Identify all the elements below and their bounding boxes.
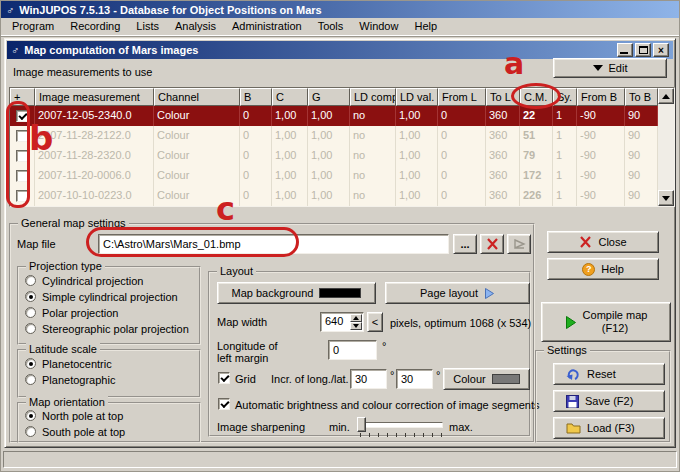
menu-lists[interactable]: Lists bbox=[128, 18, 167, 35]
table-row[interactable]: 2007-10-10-0223.0Colour01,001,00no1,0003… bbox=[10, 186, 674, 206]
radio-button[interactable] bbox=[25, 275, 36, 286]
help-button[interactable]: ? Help bbox=[547, 258, 659, 280]
table-row[interactable]: 2007-11-28-2122.0Colour01,001,00no1,0003… bbox=[10, 126, 674, 146]
scroll-up-button[interactable] bbox=[658, 88, 674, 104]
table-cell: 0 bbox=[438, 106, 486, 126]
menu-program[interactable]: Program bbox=[4, 18, 62, 35]
table-cell: 360 bbox=[486, 146, 520, 166]
close-button[interactable]: Close bbox=[547, 231, 659, 253]
row-checkbox[interactable] bbox=[16, 130, 28, 142]
map-width-stepper[interactable]: 640 bbox=[320, 312, 364, 332]
table-cell: 0 bbox=[438, 166, 486, 186]
minimize-button[interactable] bbox=[617, 43, 633, 57]
grid-colour-button[interactable]: Colour bbox=[443, 368, 530, 390]
table-cell: Colour bbox=[154, 146, 240, 166]
longitude-label-line1: Longitude of bbox=[217, 340, 278, 352]
column-header[interactable]: Sy. bbox=[553, 88, 577, 106]
column-header[interactable]: + bbox=[10, 88, 35, 106]
row-checkbox[interactable] bbox=[16, 190, 28, 202]
radio-south-pole-at-top[interactable]: South pole at top bbox=[25, 424, 199, 439]
table-header: +Image measurementChannelBCGLD compLD va… bbox=[10, 88, 674, 106]
edit-button[interactable]: Edit bbox=[553, 58, 667, 78]
dialog-titlebar[interactable]: ♂ Map computation of Mars images × bbox=[7, 41, 673, 59]
radio-cylindrical-projection[interactable]: Cylindrical projection bbox=[25, 273, 199, 288]
table-cell: 360 bbox=[486, 166, 520, 186]
row-checkbox[interactable] bbox=[16, 150, 28, 162]
menu-administration[interactable]: Administration bbox=[224, 18, 310, 35]
radio-button[interactable] bbox=[25, 291, 36, 302]
table-cell: 1,00 bbox=[308, 166, 350, 186]
menu-tools[interactable]: Tools bbox=[310, 18, 352, 35]
column-header[interactable]: Channel bbox=[154, 88, 240, 106]
radio-button[interactable] bbox=[25, 426, 36, 437]
width-hint: pixels, optimum 1068 (x 534) bbox=[390, 317, 531, 329]
radio-polar-projection[interactable]: Polar projection bbox=[25, 305, 199, 320]
incr-lat-input[interactable]: 30 bbox=[396, 369, 433, 389]
column-header[interactable]: From L bbox=[438, 88, 486, 106]
longitude-input[interactable]: 0 bbox=[328, 340, 377, 360]
table-row[interactable]: 2007-11-20-0006.0Colour01,001,00no1,0003… bbox=[10, 166, 674, 186]
table-row[interactable]: 2007-12-05-2340.0Colour01,001,00no1,0003… bbox=[10, 106, 674, 126]
column-header[interactable]: To L bbox=[486, 88, 520, 106]
radio-button[interactable] bbox=[25, 410, 36, 421]
map-background-button[interactable]: Map background bbox=[217, 282, 376, 304]
radio-stereographic-polar-projection[interactable]: Stereographic polar projection bbox=[25, 321, 199, 336]
row-checkbox[interactable] bbox=[16, 170, 28, 182]
table-scrollbar[interactable] bbox=[658, 88, 674, 206]
table-cell: 360 bbox=[486, 126, 520, 146]
sharpening-slider-thumb[interactable] bbox=[357, 417, 366, 432]
auto-correction-checkbox[interactable] bbox=[218, 398, 230, 410]
open-map-file-button[interactable] bbox=[507, 234, 531, 254]
window-title: WinJUPOS 7.5.13 - Database for Object Po… bbox=[19, 4, 321, 16]
column-header[interactable]: G bbox=[308, 88, 350, 106]
radio-button[interactable] bbox=[25, 358, 36, 369]
table-body: 2007-12-05-2340.0Colour01,001,00no1,0003… bbox=[10, 106, 674, 206]
radio-simple-cylindrical-projection[interactable]: Simple cylindrical projection bbox=[25, 289, 199, 304]
page-layout-button[interactable]: Page layout bbox=[385, 282, 530, 304]
radio-planetographic[interactable]: Planetographic bbox=[25, 372, 199, 387]
close-window-button[interactable]: × bbox=[653, 43, 669, 57]
optimum-width-button[interactable]: < bbox=[367, 312, 383, 332]
incr-label: Incr. of long./lat. bbox=[271, 373, 349, 385]
browse-button[interactable]: ... bbox=[453, 234, 477, 254]
menu-recording[interactable]: Recording bbox=[62, 18, 128, 35]
radio-planetocentric[interactable]: Planetocentric bbox=[25, 356, 199, 371]
table-row[interactable]: 2007-11-28-2320.0Colour01,001,00no1,0003… bbox=[10, 146, 674, 166]
table-cell: 0 bbox=[240, 166, 272, 186]
menu-analysis[interactable]: Analysis bbox=[167, 18, 224, 35]
column-header[interactable]: C.M. bbox=[520, 88, 553, 106]
column-header[interactable]: LD val. bbox=[396, 88, 438, 106]
column-header[interactable]: B bbox=[240, 88, 272, 106]
grid-checkbox[interactable] bbox=[218, 372, 230, 384]
stepper-down-button[interactable] bbox=[350, 322, 362, 330]
column-header[interactable]: To B bbox=[625, 88, 658, 106]
table-cell: 1,00 bbox=[308, 146, 350, 166]
radio-button[interactable] bbox=[25, 323, 36, 334]
column-header[interactable]: Image measurement bbox=[35, 88, 154, 106]
compile-map-button[interactable]: Compile map (F12) bbox=[541, 302, 671, 342]
map-file-input[interactable]: C:\Astro\Mars\Mars_01.bmp bbox=[98, 234, 449, 254]
clear-map-file-button[interactable] bbox=[480, 234, 504, 254]
save-button[interactable]: Save (F2) bbox=[553, 390, 665, 412]
row-checkbox[interactable] bbox=[16, 110, 28, 122]
column-header[interactable]: C bbox=[272, 88, 308, 106]
column-header[interactable]: From B bbox=[577, 88, 625, 106]
table-cell: 1,00 bbox=[272, 186, 308, 206]
table-cell: 90 bbox=[625, 146, 658, 166]
radio-button[interactable] bbox=[25, 374, 36, 385]
menu-window[interactable]: Window bbox=[351, 18, 406, 35]
radio-north-pole-at-top[interactable]: North pole at top bbox=[25, 408, 199, 423]
incr-long-input[interactable]: 30 bbox=[350, 369, 387, 389]
radio-label: Planetographic bbox=[42, 374, 115, 386]
load-button[interactable]: Load (F3) bbox=[553, 417, 665, 439]
stepper-up-button[interactable] bbox=[350, 314, 362, 322]
menu-help[interactable]: Help bbox=[406, 18, 445, 35]
maximize-button[interactable] bbox=[635, 43, 651, 57]
group-label: Layout bbox=[217, 265, 256, 277]
table-cell: 0 bbox=[240, 106, 272, 126]
reset-button[interactable]: Reset bbox=[553, 363, 665, 385]
sharpening-slider-track[interactable] bbox=[357, 422, 443, 428]
column-header[interactable]: LD comp bbox=[350, 88, 396, 106]
radio-button[interactable] bbox=[25, 307, 36, 318]
scroll-down-button[interactable] bbox=[658, 190, 674, 206]
